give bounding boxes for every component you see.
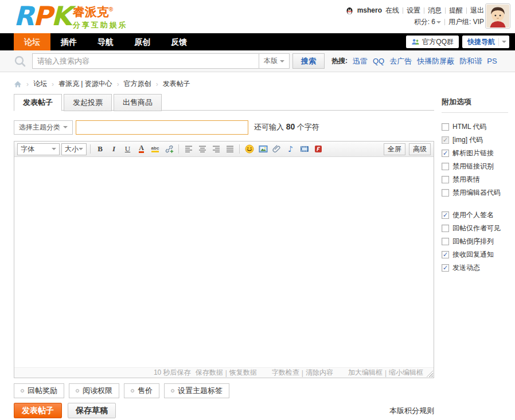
post-title-input[interactable] — [76, 120, 248, 135]
font-family-select[interactable]: 字体 — [17, 143, 60, 155]
topic-tags-button[interactable]: 设置主题标签 — [164, 383, 229, 398]
search-scope-select[interactable]: 本版 — [259, 53, 290, 69]
board-credit-rules-link[interactable]: 本版积分规则 — [389, 406, 434, 416]
clear-content-link[interactable]: 清除内容 — [306, 368, 333, 378]
hot-link[interactable]: 防和谐 — [459, 56, 482, 66]
align-justify-icon[interactable] — [224, 143, 236, 155]
tab-sell-item[interactable]: 出售商品 — [114, 94, 162, 111]
underline-icon[interactable]: U — [122, 143, 134, 155]
checkbox-reverse-reply-order[interactable]: 回帖倒序排列 — [442, 235, 508, 248]
bold-icon[interactable]: B — [94, 143, 106, 155]
checkbox-parse-image-links[interactable]: ✓解析图片链接 — [442, 147, 508, 160]
flash-icon[interactable] — [312, 143, 324, 155]
people-icon — [411, 38, 420, 46]
checkbox-icon: ✓ — [442, 136, 449, 144]
topic-category-select[interactable]: 选择主题分类 — [14, 120, 73, 135]
nav-item-plugins[interactable]: 插件 — [50, 33, 87, 50]
shrink-editor-link[interactable]: 缩小编辑框 — [389, 368, 423, 378]
site-logo[interactable]: RPK 睿派克® 分享互助娱乐 — [14, 1, 128, 31]
editor-content-area[interactable] — [14, 157, 434, 367]
save-draft-button[interactable]: 保存草稿 — [68, 403, 116, 418]
official-qq-group-button[interactable]: 官方QQ群 — [406, 36, 459, 48]
tab-new-post[interactable]: 发表帖子 — [14, 94, 62, 111]
checkbox-disable-bbcode[interactable]: 禁用编辑器代码 — [442, 186, 508, 199]
checkbox-icon — [442, 176, 449, 183]
hot-link[interactable]: PS — [487, 57, 497, 65]
reply-reward-button[interactable]: 回帖奖励 — [14, 383, 64, 398]
video-icon[interactable] — [298, 143, 310, 155]
checkbox-disable-link-detect[interactable]: 禁用链接识别 — [442, 160, 508, 173]
logout-link[interactable]: 退出 — [470, 5, 484, 16]
hot-link[interactable]: 去广告 — [389, 56, 412, 66]
breadcrumb-forum[interactable]: 论坛 — [33, 79, 47, 89]
italic-icon[interactable]: I — [108, 143, 120, 155]
messages-link[interactable]: 消息 — [428, 5, 442, 16]
caret-down-icon — [280, 60, 284, 62]
font-size-select[interactable]: 大小 — [61, 143, 87, 155]
checkbox-icon — [442, 123, 449, 131]
smiley-icon[interactable] — [243, 143, 255, 155]
font-color-icon[interactable]: A — [135, 143, 147, 155]
save-data-link[interactable]: 保存数据 — [196, 368, 223, 378]
price-button[interactable]: 售价 — [124, 383, 159, 398]
hot-link[interactable]: 迅雷 — [353, 56, 368, 66]
hot-link[interactable]: QQ — [373, 57, 384, 65]
align-right-icon[interactable] — [210, 143, 222, 155]
tab-new-poll[interactable]: 发起投票 — [64, 94, 112, 111]
caret-down-icon[interactable] — [498, 38, 506, 46]
align-left-icon[interactable] — [182, 143, 194, 155]
additional-options-sidebar: 附加选项 HTML 代码 ✓[img] 代码 ✓解析图片链接 禁用链接识别 禁用… — [442, 97, 508, 274]
search-button[interactable]: 搜索 — [292, 53, 325, 69]
read-permission-button[interactable]: 阅读权限 — [69, 383, 119, 398]
avatar[interactable] — [485, 3, 510, 29]
rich-text-editor: 字体 大小 B I U A abc — [14, 141, 434, 378]
checkbox-html-code[interactable]: HTML 代码 — [442, 120, 508, 134]
checkbox-receive-reply-notify[interactable]: ✓接收回复通知 — [442, 248, 508, 261]
settings-link[interactable]: 设置 — [407, 5, 420, 16]
breadcrumb-current: 发表帖子 — [163, 79, 190, 89]
insert-link-icon[interactable] — [163, 143, 175, 155]
site-header: RPK 睿派克® 分享互助娱乐 mshero 在线 设置 消息 提醒 退出 — [0, 0, 515, 33]
checkbox-replies-author-only[interactable]: 回帖仅作者可见 — [442, 222, 508, 235]
image-icon[interactable] — [257, 143, 269, 155]
nav-item-forum[interactable]: 论坛 — [14, 33, 50, 50]
username-link[interactable]: mshero — [357, 5, 382, 16]
breadcrumb-separator: › — [52, 80, 54, 88]
nav-item-navigation[interactable]: 导航 — [87, 33, 124, 50]
notifications-link[interactable]: 提醒 — [449, 5, 463, 16]
usergroup-label: 用户组: VIP — [448, 16, 484, 28]
breadcrumb-section[interactable]: 睿派克 | 资源中心 — [58, 79, 112, 89]
highlight-icon[interactable]: abc — [149, 143, 161, 155]
restore-data-link[interactable]: 恢复数据 — [229, 368, 257, 378]
credits-dropdown[interactable]: 积分: 6 — [414, 16, 441, 28]
checkbox-use-signature[interactable]: ✓使用个人签名 — [442, 209, 508, 222]
hot-link[interactable]: 快播防屏蔽 — [417, 56, 454, 66]
checkbox-icon: ✓ — [442, 264, 449, 272]
checkbox-disable-smilies[interactable]: 禁用表情 — [442, 173, 508, 186]
sidebar-group-post: ✓使用个人签名 回帖仅作者可见 回帖倒序排列 ✓接收回复通知 ✓发送动态 — [442, 209, 508, 274]
editor-footer: 10 秒后保存 保存数据 | 恢复数据 字数检查 | 清除内容 加大编辑框 | … — [14, 367, 434, 378]
advanced-mode-button[interactable]: 高级 — [409, 143, 431, 155]
nav-item-original[interactable]: 原创 — [124, 33, 161, 50]
actions-row: 发表帖子 保存草稿 本版积分规则 — [14, 403, 434, 418]
nav-item-feedback[interactable]: 反馈 — [161, 33, 197, 50]
quick-nav-button[interactable]: 快捷导航 — [462, 36, 509, 48]
enlarge-editor-link[interactable]: 加大编辑框 — [348, 368, 383, 378]
audio-icon[interactable]: ♪ — [284, 143, 296, 155]
checkbox-send-feed[interactable]: ✓发送动态 — [442, 261, 508, 274]
breadcrumb-board[interactable]: 官方原创 — [124, 79, 151, 89]
search-input[interactable] — [32, 53, 259, 69]
editor-resize-grip[interactable] — [426, 370, 433, 377]
bullet-icon — [171, 389, 174, 392]
page: RPK 睿派克® 分享互助娱乐 mshero 在线 设置 消息 提醒 退出 — [0, 0, 515, 420]
fullscreen-button[interactable]: 全屏 — [384, 143, 405, 155]
submit-post-button[interactable]: 发表帖子 — [14, 403, 62, 418]
home-icon[interactable] — [14, 80, 22, 88]
word-count-link[interactable]: 字数检查 — [272, 368, 299, 378]
caret-down-icon — [52, 148, 56, 150]
align-center-icon[interactable] — [196, 143, 208, 155]
caret-down-icon — [63, 126, 68, 128]
checkbox-icon — [442, 189, 449, 197]
attachment-icon[interactable] — [271, 143, 283, 155]
autosave-status: 10 秒后保存 — [154, 368, 191, 378]
